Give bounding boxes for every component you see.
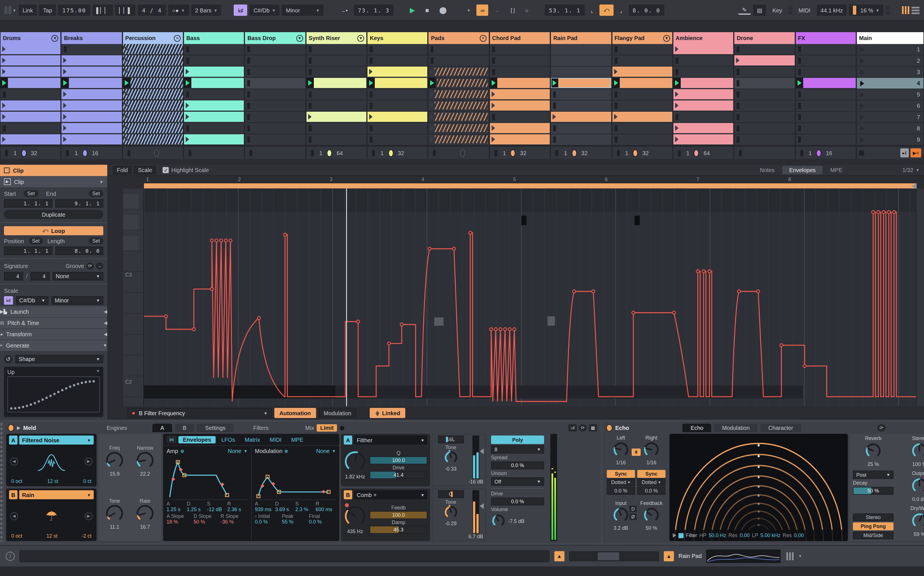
limit-toggle[interactable]: Limit	[317, 424, 337, 432]
loop-brace[interactable]	[144, 183, 916, 189]
clip-slot[interactable]	[429, 78, 489, 89]
clip-slot[interactable]	[612, 134, 672, 146]
clip-slot[interactable]	[62, 101, 122, 112]
clip-stop-button[interactable]	[370, 103, 373, 109]
group-clip[interactable]	[429, 134, 489, 144]
session-clip[interactable]	[367, 112, 428, 122]
clip-slot[interactable]	[796, 55, 856, 67]
save-preset-icon[interactable]: ▩	[589, 424, 597, 432]
clip-stop-button[interactable]	[798, 58, 801, 64]
session-clip[interactable]	[62, 134, 122, 144]
slope-value[interactable]: 55 %	[282, 519, 309, 525]
clip-slot[interactable]	[490, 89, 550, 101]
clip-stop-button[interactable]	[248, 80, 250, 86]
filter-a-drive-value[interactable]: 41.4	[370, 471, 427, 479]
track-header-rain-pad[interactable]: Rain Pad	[551, 32, 611, 44]
mix-a-pan[interactable]: 16L	[438, 435, 464, 443]
clip-stop-button[interactable]	[737, 80, 740, 86]
clip-slot[interactable]	[367, 89, 428, 101]
loop-start-field[interactable]: 53. 1. 1	[545, 5, 585, 16]
amp-adsr-graph[interactable]	[167, 455, 248, 499]
clip-slot[interactable]	[123, 101, 183, 112]
draw-mode-icon[interactable]: +	[463, 5, 474, 16]
engine-b-oct[interactable]: 0 oct	[11, 533, 22, 539]
clip-slot[interactable]	[490, 134, 550, 146]
fold-icon[interactable]: ▼	[296, 35, 303, 42]
clip-stop-button[interactable]	[798, 136, 801, 143]
track-header-fx[interactable]: FX	[796, 32, 856, 44]
group-clip[interactable]	[429, 123, 489, 133]
session-clip[interactable]	[62, 55, 122, 66]
track-header-bass[interactable]: Bass	[184, 32, 244, 44]
echo-right-offset[interactable]: 0.0 %	[637, 487, 666, 495]
time-signature-field[interactable]: 4 / 4	[138, 5, 166, 16]
clip-slot[interactable]	[184, 134, 244, 146]
clip-slot[interactable]	[796, 67, 856, 78]
env-tab-matrix[interactable]: Matrix	[241, 436, 264, 443]
env-param[interactable]: D3.69 s	[275, 501, 295, 512]
scale-button[interactable]: Scale	[134, 166, 156, 174]
regenerate-icon[interactable]: ↺	[4, 355, 13, 363]
clip-slot[interactable]	[673, 67, 733, 78]
clip-slot[interactable]	[306, 78, 367, 89]
session-clip[interactable]	[796, 78, 856, 88]
echo-tab-modulation[interactable]: Modulation	[714, 424, 758, 432]
clip-slot[interactable]	[490, 55, 550, 67]
clip-stop-button[interactable]	[248, 136, 250, 143]
group-clip[interactable]	[429, 67, 489, 77]
filter-res2-value[interactable]: 0.00	[794, 533, 804, 538]
clip-slot[interactable]	[735, 44, 795, 55]
clip-slot[interactable]	[551, 89, 611, 101]
session-clip-striped[interactable]	[123, 44, 183, 54]
scene-7[interactable]: 7	[857, 112, 924, 123]
clip-slot[interactable]	[0, 112, 61, 123]
engine-a-cents[interactable]: 0 ct	[83, 478, 91, 484]
slope-value[interactable]: -36 %	[220, 519, 248, 525]
session-clip[interactable]	[673, 89, 733, 99]
clip-stop-button[interactable]	[186, 58, 189, 64]
track-stop-all-button[interactable]	[311, 150, 314, 156]
clip-stop-button[interactable]	[309, 136, 312, 143]
knob[interactable]	[643, 441, 660, 459]
unison-menu[interactable]: Off▼	[491, 477, 544, 486]
knob[interactable]	[344, 450, 366, 474]
clip-slot[interactable]	[673, 78, 733, 89]
clip-slot[interactable]	[735, 67, 795, 78]
track-stop-all-button[interactable]	[739, 150, 742, 156]
engine-b-prev-icon[interactable]: ◀	[10, 512, 18, 520]
echo-d-toggle[interactable]: D	[629, 506, 637, 512]
automation-arm-icon[interactable]: ∞	[477, 5, 488, 16]
session-clip[interactable]	[184, 101, 244, 110]
voices-menu[interactable]: 8▼	[491, 445, 544, 454]
position-set-button[interactable]: Set	[29, 237, 43, 244]
clip-slot[interactable]	[123, 123, 183, 134]
session-clip[interactable]	[490, 89, 550, 99]
filter-b-freq[interactable]: 435 Hz	[347, 528, 363, 534]
clip-slot[interactable]	[184, 89, 244, 101]
clip-slot[interactable]	[735, 112, 795, 123]
section-generate[interactable]: ⌖Generate▼	[0, 340, 107, 351]
env-tab-envelopes[interactable]: Envelopes	[178, 436, 216, 443]
filter-a-q-value[interactable]: 100.0	[370, 456, 427, 464]
clip-slot[interactable]	[245, 101, 305, 112]
clip-stop-button[interactable]	[798, 46, 801, 53]
clip-scale-menu[interactable]: Minor▼	[51, 296, 103, 305]
track-stop-all-button[interactable]	[617, 150, 620, 156]
mix-b-pan[interactable]: C	[438, 490, 464, 498]
env-tab-lfos[interactable]: LFOs	[217, 436, 239, 443]
clip-slot[interactable]	[551, 112, 611, 123]
envelope-parameter-menu[interactable]: B Filter Frequency▼	[128, 408, 272, 418]
clip-stop-button[interactable]	[248, 69, 250, 75]
env-slope[interactable]: Peak55 %	[282, 514, 309, 525]
clip-slot[interactable]	[62, 112, 122, 123]
clip-slot[interactable]	[429, 101, 489, 112]
clip-slot[interactable]	[367, 101, 428, 112]
clip-key-icon[interactable]: ♭♯	[4, 296, 13, 305]
clip-stop-button[interactable]	[370, 125, 373, 131]
quantize-value-menu[interactable]: 2 Bars ▼	[191, 5, 221, 16]
knob[interactable]	[444, 450, 458, 466]
clip-slot[interactable]	[0, 55, 61, 67]
shape-curve[interactable]	[7, 376, 100, 413]
clip-slot[interactable]	[0, 134, 61, 146]
filter-res1-value[interactable]: 0.00	[740, 533, 749, 538]
